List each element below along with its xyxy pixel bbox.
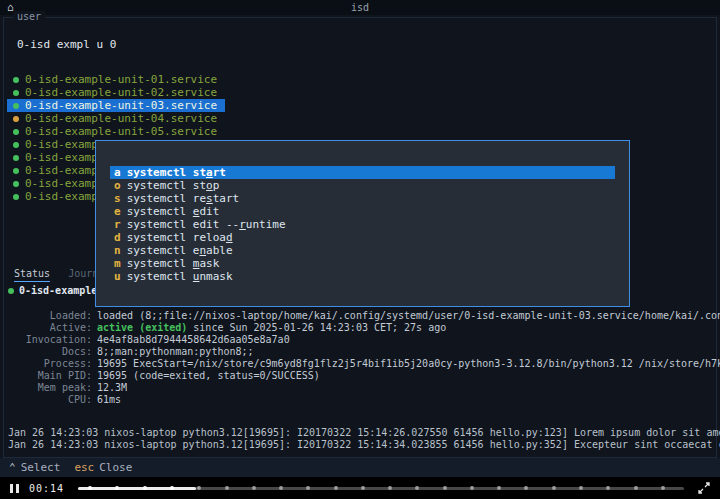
footer-keybar: ⌃ Select esc Close (0, 458, 720, 477)
timeline-marker[interactable] (115, 486, 119, 490)
window-title: isd (0, 2, 720, 13)
palette-command: systemctl restart (127, 192, 240, 205)
palette-list: asystemctl startosystemctl stopssystemct… (96, 141, 629, 283)
pause-button[interactable] (10, 484, 19, 493)
command-palette: asystemctl startosystemctl stopssystemct… (95, 140, 630, 307)
palette-item[interactable]: osystemctl stop (110, 179, 615, 192)
palette-hotkey: m (114, 257, 121, 270)
enter-key-icon: ⌃ (9, 461, 16, 474)
palette-command: systemctl reload (127, 231, 233, 244)
fullscreen-icon (698, 482, 710, 494)
timeline-marker[interactable] (88, 486, 92, 490)
palette-command: systemctl edit --runtime (127, 218, 286, 231)
status-field: Invocation:4e4af8ab8d7944458642d6aa05e8a… (6, 334, 720, 346)
palette-hotkey: n (114, 244, 121, 257)
timeline-marker[interactable] (143, 486, 147, 490)
timeline-marker[interactable] (306, 486, 310, 490)
unit-name: 0-isd-example-unit-02.service (25, 86, 217, 99)
status-field: Active:active (exited) since Sun 2025-01… (6, 322, 720, 334)
palette-hotkey: a (114, 166, 121, 179)
palette-command: systemctl edit (127, 205, 220, 218)
palette-command: systemctl mask (127, 257, 220, 270)
palette-item[interactable]: msystemctl mask (110, 257, 615, 270)
player-progress (78, 487, 196, 490)
timeline-marker[interactable] (388, 486, 392, 490)
unit-state-dot (13, 181, 19, 187)
status-fields: Loaded:loaded (8;;file://nixos-laptop/ho… (6, 310, 720, 406)
status-field: Process:19695 ExecStart=/nix/store/c9m6y… (6, 358, 720, 370)
palette-command: systemctl stop (127, 179, 220, 192)
palette-item[interactable]: rsystemctl edit --runtime (110, 218, 615, 231)
palette-command: systemctl unmask (127, 270, 233, 283)
unit-name: 0-isd-example-unit-03.service (25, 99, 217, 112)
palette-item[interactable]: esystemctl edit (110, 205, 615, 218)
player-controls: 00:14 (0, 477, 720, 499)
fullscreen-button[interactable] (698, 482, 710, 494)
timeline-marker[interactable] (524, 486, 528, 490)
timeline-marker[interactable] (170, 486, 174, 490)
status-field: Main PID:19695 (code=exited, status=0/SU… (6, 370, 720, 382)
palette-hotkey: r (114, 218, 121, 231)
timeline-marker[interactable] (661, 486, 665, 490)
unit-row[interactable]: 0-isd-example-unit-02.service (7, 86, 225, 99)
palette-command: systemctl enable (127, 244, 233, 257)
unit-state-dot (13, 77, 19, 83)
keybinding-close[interactable]: esc Close (74, 461, 132, 474)
tab-status[interactable]: Status (14, 268, 50, 282)
unit-row[interactable]: 0-isd-example-unit-03.service (7, 99, 225, 112)
timeline-marker[interactable] (606, 486, 610, 490)
palette-hotkey: d (114, 231, 121, 244)
unit-state-dot (13, 155, 19, 161)
keybinding-label: Close (99, 461, 132, 474)
esc-key: esc (74, 461, 94, 474)
keybinding-select[interactable]: ⌃ Select (9, 461, 60, 474)
palette-hotkey: u (114, 270, 121, 283)
palette-item[interactable]: nsystemctl enable (110, 244, 615, 257)
unit-name: 0-isd-example-unit-04.service (25, 112, 217, 125)
palette-item[interactable]: asystemctl start (110, 166, 615, 179)
timeline-marker[interactable] (279, 486, 283, 490)
player-time: 00:14 (29, 483, 64, 494)
unit-state-dot (13, 194, 19, 200)
palette-item[interactable]: usystemctl unmask (110, 270, 615, 283)
timeline-marker[interactable] (497, 486, 501, 490)
unit-state-dot (13, 90, 19, 96)
unit-row[interactable]: 0-isd-example-unit-04.service (7, 112, 225, 125)
timeline-marker[interactable] (552, 486, 556, 490)
timeline-marker[interactable] (634, 486, 638, 490)
palette-hotkey: o (114, 179, 121, 192)
timeline-marker[interactable] (225, 486, 229, 490)
timeline-marker[interactable] (415, 486, 419, 490)
journal-line: Jan 26 14:23:03 nixos-laptop python3.12[… (8, 439, 720, 451)
palette-hotkey: s (114, 192, 121, 205)
unit-state-dot (8, 288, 14, 294)
unit-name: 0-isd-example-unit-01.service (25, 73, 217, 86)
player-track[interactable] (78, 487, 684, 490)
timeline-marker[interactable] (361, 486, 365, 490)
timeline-marker[interactable] (252, 486, 256, 490)
palette-item[interactable]: dsystemctl reload (110, 231, 615, 244)
timeline-marker[interactable] (197, 486, 201, 490)
unit-state-dot (13, 129, 19, 135)
timeline-marker[interactable] (443, 486, 447, 490)
search-input[interactable]: 0-isd exmpl u 0 (17, 38, 116, 51)
keybinding-label: Select (21, 461, 61, 474)
status-field: CPU:61ms (6, 394, 720, 406)
palette-item[interactable]: ssystemctl restart (110, 192, 615, 205)
palette-hotkey: e (114, 205, 121, 218)
timeline-marker[interactable] (579, 486, 583, 490)
title-bar: ⌂ isd (0, 0, 720, 15)
unit-state-dot (13, 116, 19, 122)
unit-name: 0-isd-example-unit-05.service (25, 125, 217, 138)
timeline-marker[interactable] (334, 486, 338, 490)
status-field: Loaded:loaded (8;;file://nixos-laptop/ho… (6, 310, 720, 322)
palette-command: systemctl start (127, 166, 226, 179)
unit-state-dot (13, 168, 19, 174)
timeline-marker[interactable] (470, 486, 474, 490)
unit-state-dot (13, 142, 19, 148)
unit-row[interactable]: 0-isd-example-unit-05.service (7, 125, 225, 138)
status-field: Mem peak:12.3M (6, 382, 720, 394)
mode-label: user (13, 11, 45, 22)
unit-row[interactable]: 0-isd-example-unit-01.service (7, 73, 225, 86)
journal-lines: Jan 26 14:23:03 nixos-laptop python3.12[… (8, 427, 720, 451)
